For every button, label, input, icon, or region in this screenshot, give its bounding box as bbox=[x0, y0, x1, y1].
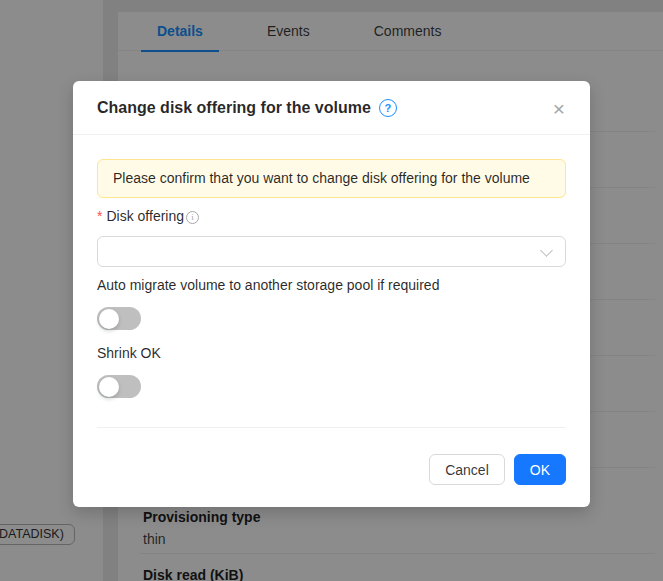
toggle-knob bbox=[99, 309, 119, 329]
footer-divider bbox=[97, 427, 566, 428]
disk-offering-select[interactable] bbox=[97, 236, 566, 267]
info-circle-icon[interactable]: i bbox=[186, 211, 199, 224]
ok-button[interactable]: OK bbox=[514, 454, 566, 485]
confirm-alert: Please confirm that you want to change d… bbox=[97, 159, 566, 198]
disk-offering-label: Disk offering bbox=[106, 208, 184, 224]
required-asterisk: * bbox=[97, 208, 102, 224]
modal-title: Change disk offering for the volume bbox=[97, 99, 371, 117]
modal-body: Please confirm that you want to change d… bbox=[73, 135, 590, 428]
auto-migrate-toggle[interactable] bbox=[97, 307, 141, 330]
modal-footer: Cancel OK bbox=[73, 454, 590, 485]
toggle-knob bbox=[99, 377, 119, 397]
chevron-down-icon bbox=[540, 244, 553, 257]
disk-offering-label-row: *Disk offeringi bbox=[97, 208, 566, 224]
cancel-button[interactable]: Cancel bbox=[429, 454, 505, 485]
close-icon[interactable]: × bbox=[546, 96, 572, 122]
shrink-ok-label: Shrink OK bbox=[97, 345, 566, 361]
shrink-ok-toggle[interactable] bbox=[97, 375, 141, 398]
auto-migrate-label: Auto migrate volume to another storage p… bbox=[97, 277, 566, 293]
change-disk-offering-modal: Change disk offering for the volume ? × … bbox=[73, 81, 590, 507]
modal-header: Change disk offering for the volume ? × bbox=[73, 81, 590, 135]
help-circle-icon[interactable]: ? bbox=[379, 99, 397, 117]
